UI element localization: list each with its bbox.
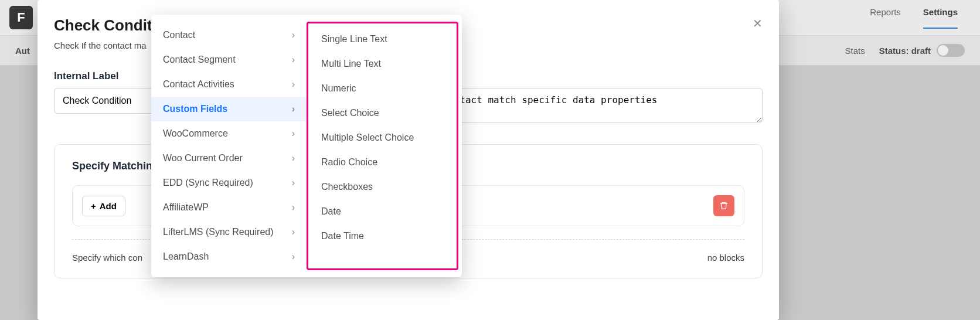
delete-button[interactable] [713,195,734,216]
plus-icon: + [91,201,96,211]
dropdown-item-edd-sync-required-[interactable]: EDD (Sync Required)› [151,171,307,195]
chevron-right-icon: › [292,202,295,213]
field-type-multiple-select-choice[interactable]: Multiple Select Choice [308,125,457,150]
chevron-right-icon: › [292,178,295,188]
field-type-date-time[interactable]: Date Time [308,224,457,248]
status-label: Status: draft [879,46,931,56]
chevron-right-icon: › [292,227,295,237]
dropdown-item-woo-current-order[interactable]: Woo Current Order› [151,146,307,171]
field-type-date[interactable]: Date [308,199,457,224]
field-type-numeric[interactable]: Numeric [308,76,457,101]
add-button-label: Add [100,201,117,211]
chevron-right-icon: › [292,128,295,139]
dropdown-left-pane: Contact›Contact Segment›Contact Activiti… [151,19,307,273]
nav-settings[interactable]: Settings [923,7,958,29]
field-type-checkboxes[interactable]: Checkboxes [308,175,457,199]
dropdown-item-learndash[interactable]: LearnDash› [151,244,307,269]
dropdown-item-lifterlms-sync-required-[interactable]: LifterLMS (Sync Required)› [151,220,307,244]
dropdown-item-contact[interactable]: Contact› [151,23,307,47]
description-input[interactable]: he contact match specific data propertie… [417,88,763,123]
category-dropdown: Contact›Contact Segment›Contact Activiti… [151,15,462,277]
dropdown-item-custom-fields[interactable]: Custom Fields› [151,97,307,121]
close-icon[interactable]: ✕ [753,16,763,30]
dropdown-item-woocommerce[interactable]: WooCommerce› [151,121,307,146]
nav-reports[interactable]: Reports [870,7,901,29]
field-type-radio-choice[interactable]: Radio Choice [308,150,457,175]
chevron-right-icon: › [292,104,295,114]
chevron-right-icon: › [292,251,295,262]
add-button[interactable]: + Add [82,196,125,216]
chevron-right-icon: › [292,55,295,65]
trash-icon [719,201,729,210]
hint-text: Specify which con [72,253,142,263]
status-toggle[interactable] [937,44,965,57]
chevron-right-icon: › [292,30,295,40]
field-type-multi-line-text[interactable]: Multi Line Text [308,52,457,76]
top-nav: Reports Settings [870,7,980,29]
chevron-right-icon: › [292,79,295,90]
app-logo: F [9,6,33,29]
dropdown-right-pane: Single Line TextMulti Line TextNumericSe… [307,22,458,270]
label-description: scription [417,70,763,82]
dropdown-item-contact-activities[interactable]: Contact Activities› [151,72,307,97]
stats-link[interactable]: Stats [845,46,865,56]
field-type-select-choice[interactable]: Select Choice [308,101,457,125]
subbar-left: Aut [15,46,30,56]
dropdown-item-affiliatewp[interactable]: AffiliateWP› [151,195,307,220]
no-blocks-text: no blocks [707,253,744,263]
chevron-right-icon: › [292,153,295,164]
field-type-single-line-text[interactable]: Single Line Text [308,27,457,52]
dropdown-item-contact-segment[interactable]: Contact Segment› [151,47,307,72]
